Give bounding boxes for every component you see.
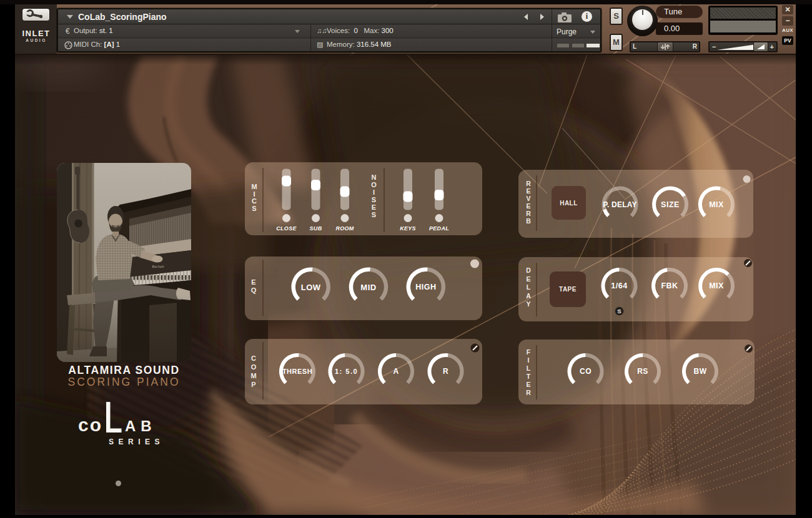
svg-text:AB: AB [125,418,157,434]
svg-text:co: co [78,414,102,435]
